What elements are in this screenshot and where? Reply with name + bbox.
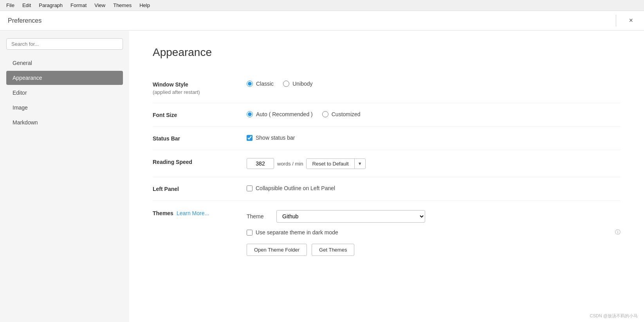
- menu-file[interactable]: File: [3, 2, 18, 9]
- title-bar-right: ×: [616, 15, 636, 27]
- left-panel-controls: Collapsible Outline on Left Panel: [247, 185, 621, 191]
- font-size-customized-radio[interactable]: [322, 111, 328, 117]
- left-panel-row: Left Panel Collapsible Outline on Left P…: [153, 177, 621, 201]
- get-themes-button[interactable]: Get Themes: [312, 244, 354, 256]
- reading-speed-input-group: words / min Reset to Default ▼: [247, 158, 366, 169]
- left-panel-checkbox-option[interactable]: Collapsible Outline on Left Panel: [247, 185, 335, 191]
- left-panel-label: Left Panel: [153, 185, 247, 192]
- menu-paragraph[interactable]: Paragraph: [36, 2, 66, 9]
- window-style-classic-option[interactable]: Classic: [247, 81, 274, 87]
- theme-label: Theme: [247, 213, 270, 219]
- themes-label-wrap: Themes Learn More...: [153, 210, 247, 216]
- title-bar: Preferences ×: [0, 11, 644, 31]
- themes-label: Themes: [153, 210, 173, 216]
- main-container: General Appearance Editor Image Markdown…: [0, 31, 644, 322]
- sidebar-item-appearance[interactable]: Appearance: [6, 71, 123, 85]
- reading-speed-row: Reading Speed words / min Reset to Defau…: [153, 150, 621, 177]
- menu-format[interactable]: Format: [67, 2, 90, 9]
- themes-controls: Theme GithubDefaultDarkNightPixyllWhitey…: [247, 210, 621, 256]
- font-size-auto-label: Auto ( Recommended ): [256, 111, 313, 117]
- reading-speed-label: Reading Speed: [153, 158, 247, 165]
- font-size-customized-label: Customized: [332, 111, 361, 117]
- menu-themes[interactable]: Themes: [110, 2, 135, 9]
- window-style-controls: Classic Unibody: [247, 81, 621, 87]
- menu-help[interactable]: Help: [136, 2, 153, 9]
- sidebar-item-general[interactable]: General: [6, 56, 123, 70]
- reset-btn-dropdown-icon[interactable]: ▼: [355, 159, 365, 168]
- window-style-unibody-option[interactable]: Unibody: [283, 81, 312, 87]
- font-size-auto-option[interactable]: Auto ( Recommended ): [247, 111, 313, 117]
- left-panel-label-wrap: Left Panel: [153, 185, 247, 192]
- page-title: Appearance: [153, 46, 621, 59]
- search-input[interactable]: [6, 38, 123, 50]
- window-title: Preferences: [8, 17, 41, 24]
- window-style-classic-radio[interactable]: [247, 81, 253, 87]
- status-bar-checkbox-option[interactable]: Show status bar: [247, 135, 295, 141]
- reading-speed-label-wrap: Reading Speed: [153, 158, 247, 165]
- font-size-label-wrap: Font Size: [153, 111, 247, 118]
- window-style-unibody-label: Unibody: [292, 81, 312, 87]
- window-style-unibody-radio[interactable]: [283, 81, 289, 87]
- status-bar-checkbox-label: Show status bar: [256, 135, 295, 141]
- dark-mode-label: Use separate theme in dark mode: [256, 229, 338, 236]
- status-bar-checkbox[interactable]: [247, 135, 253, 141]
- theme-select[interactable]: GithubDefaultDarkNightPixyllWhitey: [276, 210, 425, 223]
- left-panel-checkbox[interactable]: [247, 185, 253, 191]
- font-size-row: Font Size Auto ( Recommended ) Customize…: [153, 103, 621, 127]
- content-area: Appearance Window Style (applied after r…: [129, 31, 644, 322]
- left-panel-checkbox-label: Collapsible Outline on Left Panel: [256, 185, 335, 191]
- window-style-label: Window Style: [153, 81, 247, 88]
- reading-speed-input[interactable]: [247, 158, 274, 169]
- status-bar-row: Status Bar Show status bar: [153, 127, 621, 150]
- dark-mode-checkbox[interactable]: [247, 230, 253, 236]
- status-bar-label-wrap: Status Bar: [153, 135, 247, 142]
- reading-speed-unit: words / min: [277, 161, 303, 167]
- reset-to-default-button[interactable]: Reset to Default ▼: [306, 158, 365, 169]
- font-size-auto-radio[interactable]: [247, 111, 253, 117]
- sidebar-item-markdown[interactable]: Markdown: [6, 115, 123, 130]
- title-divider: [616, 15, 616, 27]
- close-button[interactable]: ×: [626, 15, 636, 26]
- window-style-classic-label: Classic: [256, 81, 274, 87]
- sidebar-item-editor[interactable]: Editor: [6, 86, 123, 100]
- help-icon[interactable]: ⓘ: [615, 229, 621, 236]
- font-size-customized-option[interactable]: Customized: [322, 111, 361, 117]
- dark-mode-row: Use separate theme in dark mode ⓘ: [247, 229, 621, 236]
- reading-speed-controls: words / min Reset to Default ▼: [247, 158, 621, 169]
- sidebar: General Appearance Editor Image Markdown: [0, 31, 129, 322]
- window-style-row: Window Style (applied after restart) Cla…: [153, 73, 621, 103]
- sidebar-item-image[interactable]: Image: [6, 101, 123, 115]
- themes-learn-more-link[interactable]: Learn More...: [177, 210, 209, 216]
- menu-bar: File Edit Paragraph Format View Themes H…: [0, 0, 644, 11]
- open-theme-folder-button[interactable]: Open Theme Folder: [247, 244, 307, 256]
- window-style-sublabel: (applied after restart): [153, 89, 247, 95]
- watermark: CSDN @放汤不羁的小马: [590, 313, 638, 319]
- themes-row: Themes Learn More... Theme GithubDefault…: [153, 201, 621, 264]
- menu-view[interactable]: View: [91, 2, 108, 9]
- font-size-controls: Auto ( Recommended ) Customized: [247, 111, 621, 117]
- theme-buttons-group: Open Theme Folder Get Themes: [247, 244, 621, 256]
- font-size-label: Font Size: [153, 111, 247, 118]
- theme-selector-row: Theme GithubDefaultDarkNightPixyllWhitey: [247, 210, 621, 223]
- reset-to-default-label: Reset to Default: [307, 159, 354, 169]
- menu-edit[interactable]: Edit: [19, 2, 34, 9]
- window-style-label-wrap: Window Style (applied after restart): [153, 81, 247, 95]
- status-bar-label: Status Bar: [153, 135, 247, 142]
- status-bar-controls: Show status bar: [247, 135, 621, 141]
